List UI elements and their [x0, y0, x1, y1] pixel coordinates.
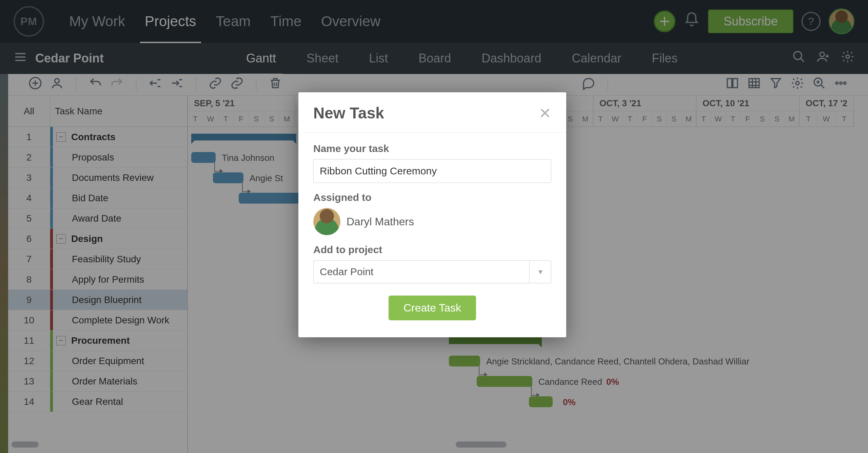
project-label: Add to project — [313, 244, 551, 256]
project-select[interactable]: Cedar Point ▾ — [313, 260, 551, 283]
new-task-modal: New Task ✕ Name your task Assigned to Da… — [298, 92, 566, 337]
assignee-avatar — [313, 208, 340, 235]
assignee-row[interactable]: Daryl Mathers — [313, 208, 551, 235]
modal-title: New Task — [313, 104, 384, 122]
assigned-to-label: Assigned to — [313, 192, 551, 203]
close-icon[interactable]: ✕ — [539, 105, 551, 122]
create-task-button[interactable]: Create Task — [389, 296, 476, 320]
chevron-down-icon: ▾ — [529, 261, 551, 283]
task-name-label: Name your task — [313, 143, 551, 154]
project-select-value: Cedar Point — [314, 261, 529, 283]
task-name-input[interactable] — [313, 159, 551, 183]
assignee-name: Daryl Mathers — [347, 215, 414, 228]
